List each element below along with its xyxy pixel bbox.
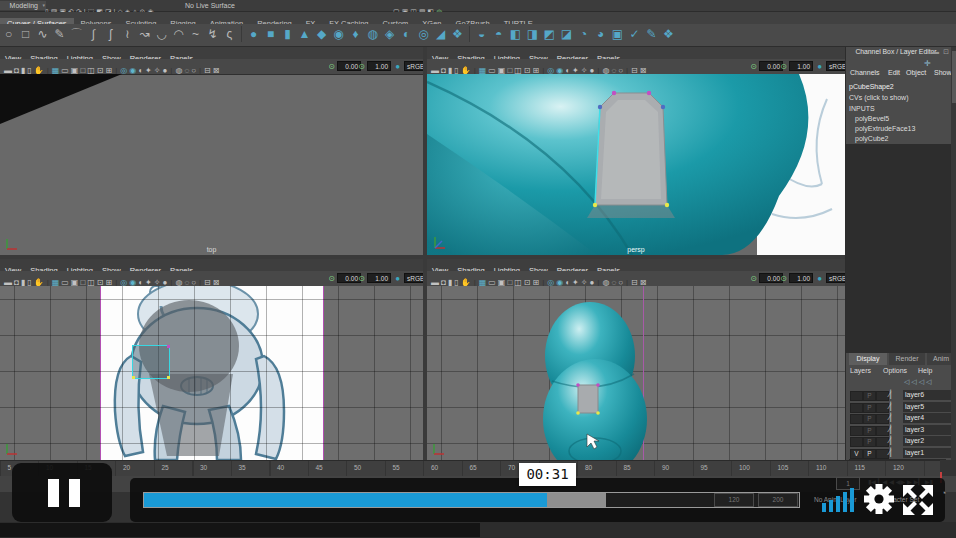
pyramid-icon[interactable]: ◆ (313, 24, 330, 45)
xray-icon[interactable]: ◌ (611, 63, 616, 74)
gamma-field[interactable]: 1.00 (789, 61, 813, 71)
layer-visibility-toggle[interactable] (850, 437, 863, 447)
wireframe-icon[interactable]: ◎ (120, 63, 127, 74)
pin-icon[interactable]: ▬ (932, 48, 939, 55)
layer-name[interactable]: layer3 (903, 425, 952, 435)
colorspace-icon[interactable]: ● (817, 272, 822, 285)
cube-icon[interactable]: ■ (262, 24, 279, 45)
layer-playback-toggle[interactable]: P (863, 426, 876, 436)
arc-icon[interactable]: ⌒ (68, 24, 85, 45)
safe-action-icon[interactable]: ⊡ (97, 275, 104, 286)
time-slider[interactable]: 5101520253035404550556065707580859095100… (0, 460, 940, 477)
lights-icon[interactable]: ✦ (572, 275, 579, 286)
ao-icon[interactable]: ● (163, 275, 168, 286)
layer-display-type-toggle[interactable] (876, 403, 889, 413)
wireframe-icon[interactable]: ◎ (120, 275, 127, 286)
textured-icon[interactable]: ◐ (565, 275, 570, 286)
pencil-curve-icon[interactable]: ✎ (51, 24, 68, 45)
safe-action-icon[interactable]: ⊡ (97, 63, 104, 74)
layers-menu[interactable]: Layers (850, 367, 871, 374)
wireframe-icon[interactable]: ◎ (547, 275, 554, 286)
layer-visibility-toggle[interactable] (850, 426, 863, 436)
gear-primitive-icon[interactable]: ◐ (398, 24, 415, 45)
target-weld-icon[interactable]: ❖ (660, 24, 677, 45)
isolate-icon[interactable]: ◍ (602, 275, 609, 286)
layer-color-swatch[interactable]: ∕▏ (889, 413, 897, 422)
pop-out-icon[interactable]: ⊡ (943, 48, 949, 56)
torus-icon[interactable]: ◉ (330, 24, 347, 45)
menu-set-dropdown[interactable]: Modeling (0, 1, 46, 10)
viewport-front[interactable]: ViewShadingLightingShowRendererPanels ▬◘… (0, 259, 423, 460)
colorspace-icon[interactable]: ● (395, 60, 400, 73)
layer-color-swatch[interactable]: ∕▏ (889, 402, 897, 411)
viewport-persp[interactable]: ViewShadingLightingShowRendererPanels ▬◘… (427, 47, 845, 255)
layer-playback-toggle[interactable]: P (863, 403, 876, 413)
boolean-union-icon[interactable]: ◧ (507, 24, 524, 45)
field-chart-icon[interactable]: ◫ (514, 275, 522, 286)
exposure-icon[interactable]: ⊙ (750, 272, 757, 285)
layer-playback-toggle[interactable]: P (863, 437, 876, 447)
safe-title-icon[interactable]: ⊞ (533, 275, 540, 286)
viewport-side-canvas[interactable]: side (427, 286, 845, 460)
seek-bar[interactable] (143, 492, 800, 508)
curve-fillet-icon[interactable]: ς (221, 24, 238, 45)
image-plane-icon[interactable]: ▯ (27, 63, 31, 74)
colorspace-button[interactable]: sRGB (826, 61, 845, 71)
insert-knot-icon[interactable]: ↝ (136, 24, 153, 45)
input-node[interactable]: polyExtrudeFace13 (855, 125, 915, 132)
cylinder-icon[interactable]: ▮ (279, 24, 296, 45)
gamma-icon[interactable]: ⊙ (780, 60, 787, 73)
xray-icon[interactable]: ◌ (184, 63, 189, 74)
layer-color-swatch[interactable]: ∕▏ (889, 425, 897, 434)
multisample-icon[interactable]: ⊠ (640, 63, 647, 74)
layer-display-type-toggle[interactable] (876, 414, 889, 424)
channels-menu[interactable]: Channels (850, 69, 880, 76)
field-chart-icon[interactable]: ◫ (514, 63, 522, 74)
layer-color-swatch[interactable]: ∕▏ (889, 436, 897, 445)
layer-row[interactable]: VP∕▏layer1 (848, 448, 951, 459)
platonic-icon[interactable]: ❖ (449, 24, 466, 45)
gamma-field[interactable]: 1.00 (367, 273, 391, 283)
layer-name[interactable]: layer2 (903, 436, 952, 446)
curve-edit-icon[interactable]: ∫ (85, 24, 102, 45)
layer-row[interactable]: P∕▏layer4 (848, 413, 951, 424)
layer-row[interactable]: P∕▏layer5 (848, 402, 951, 413)
shadows-icon[interactable]: ✧ (154, 275, 161, 286)
bridge-icon[interactable]: ▣ (609, 24, 626, 45)
gamma-icon[interactable]: ⊙ (358, 60, 365, 73)
cv-hardness-icon[interactable]: ↯ (204, 24, 221, 45)
bookmark-icon[interactable]: ▮ (448, 63, 452, 74)
safe-action-icon[interactable]: ⊡ (524, 63, 531, 74)
film-gate-icon[interactable]: ▭ (61, 275, 69, 286)
separate-icon[interactable]: ◓ (490, 24, 507, 45)
shaded-icon[interactable]: ◉ (556, 275, 563, 286)
textured-icon[interactable]: ◐ (138, 275, 143, 286)
ao-icon[interactable]: ● (590, 63, 595, 74)
layer-display-type-toggle[interactable] (876, 437, 889, 447)
gate-mask-icon[interactable]: □ (80, 63, 85, 74)
res-gate-icon[interactable]: ▣ (71, 275, 79, 286)
multi-cut-icon[interactable]: ✓ (626, 24, 643, 45)
layer-row[interactable]: P∕▏layer2 (848, 436, 951, 447)
bevel-icon[interactable]: ◕ (592, 24, 609, 45)
lights-icon[interactable]: ✦ (145, 275, 152, 286)
shaded-icon[interactable]: ◉ (129, 275, 136, 286)
gate-mask-icon[interactable]: □ (507, 63, 512, 74)
isolate-icon[interactable]: ◍ (175, 63, 182, 74)
joints-xray-icon[interactable]: ○ (618, 275, 623, 286)
layer-row[interactable]: P∕▏layer3 (848, 425, 951, 436)
isolate-icon[interactable]: ◍ (175, 275, 182, 286)
camera-select-icon[interactable]: ▬ (431, 63, 439, 74)
exposure-icon[interactable]: ⊙ (750, 60, 757, 73)
shaded-icon[interactable]: ◉ (129, 63, 136, 74)
layer-visibility-toggle[interactable] (850, 414, 863, 424)
options-menu[interactable]: Options (883, 367, 907, 374)
input-node[interactable]: polyCube2 (855, 135, 888, 142)
gamma-icon[interactable]: ⊙ (358, 272, 365, 285)
res-gate-icon[interactable]: ▣ (71, 63, 79, 74)
film-gate-icon[interactable]: ▭ (488, 275, 496, 286)
res-gate-icon[interactable]: ▣ (498, 63, 506, 74)
shadows-icon[interactable]: ✧ (581, 275, 588, 286)
quad-draw-icon[interactable]: ✎ (643, 24, 660, 45)
pipe-icon[interactable]: ◍ (364, 24, 381, 45)
